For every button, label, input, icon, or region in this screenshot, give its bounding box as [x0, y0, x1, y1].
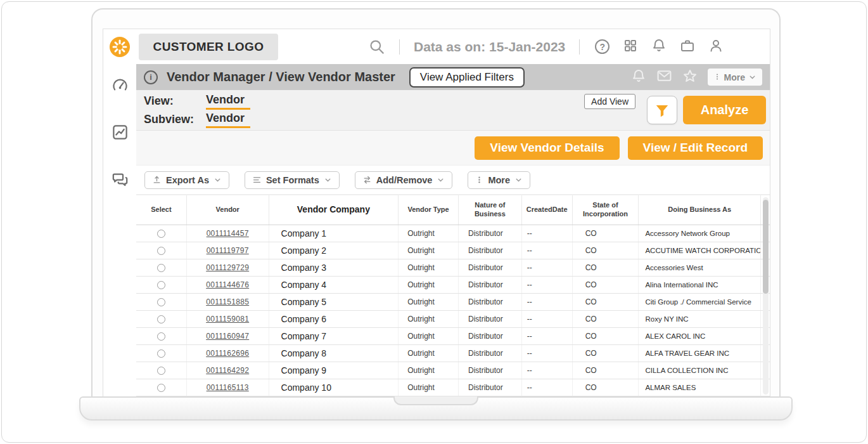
search-icon[interactable] [368, 38, 385, 55]
export-as-dropdown[interactable]: Export As [144, 171, 229, 189]
vendor-link[interactable]: 0011164292 [206, 366, 249, 375]
row-select-radio[interactable] [157, 315, 165, 323]
toolbar-more-label: More [488, 175, 510, 185]
column-header-created-date[interactable]: CreatedDate [522, 195, 573, 225]
add-remove-label: Add/Remove [376, 175, 433, 185]
chevron-down-icon [514, 176, 523, 184]
table-row: 0011129729 Company 3 Outright Distributo… [136, 259, 770, 277]
row-select-radio[interactable] [157, 281, 165, 289]
data-as-on-label: Data as on: 15-Jan-2023 [414, 39, 565, 55]
dashboard-icon[interactable] [112, 77, 129, 96]
vendor-company-cell: Company 8 [269, 345, 399, 362]
vendor-cell: 0011151885 [187, 294, 269, 310]
column-header-vendor-company[interactable]: Vendor Company [269, 195, 399, 225]
nature-of-business-cell: Distributor [459, 294, 522, 310]
row-select-radio[interactable] [157, 384, 165, 392]
select-cell [136, 294, 187, 310]
header-divider [579, 39, 580, 55]
vendor-link[interactable]: 0011114457 [207, 229, 249, 238]
vertical-scrollbar[interactable] [763, 197, 769, 395]
vendor-link[interactable]: 0011144676 [206, 280, 249, 289]
column-header-vendor[interactable]: Vendor [187, 195, 269, 225]
vendor-link[interactable]: 0011119797 [207, 246, 249, 255]
table-row: 0011160947 Company 7 Outright Distributo… [136, 328, 770, 345]
apps-grid-icon[interactable] [623, 38, 638, 56]
set-formats-dropdown[interactable]: Set Formats [245, 171, 340, 189]
row-select-radio[interactable] [157, 247, 165, 255]
vendor-company-cell: Company 3 [269, 259, 399, 276]
select-cell [136, 345, 187, 362]
vendor-link[interactable]: 0011151885 [206, 297, 249, 306]
vendor-cell: 0011129729 [187, 259, 269, 276]
row-select-radio[interactable] [157, 332, 165, 341]
row-select-radio[interactable] [157, 367, 165, 375]
feedback-chat-icon[interactable] [112, 171, 129, 190]
vendor-cell: 0011119797 [187, 242, 269, 259]
row-select-radio[interactable] [157, 349, 165, 358]
nature-of-business-cell: Distributor [459, 345, 522, 362]
table-row: 0011162696 Company 8 Outright Distributo… [136, 345, 770, 362]
column-header-state-of-incorporation[interactable]: State of Incorporation [573, 195, 639, 225]
doing-business-as-cell: Alina International INC [639, 277, 761, 293]
view-vendor-details-button[interactable]: View Vendor Details [475, 136, 619, 160]
vendor-link[interactable]: 0011165113 [207, 383, 249, 392]
scrollbar-thumb[interactable] [763, 200, 769, 294]
crumb-more-label: More [724, 72, 745, 82]
export-icon [152, 175, 162, 185]
export-as-label: Export As [166, 175, 209, 185]
filter-button[interactable] [647, 96, 677, 124]
state-of-incorporation-cell: CO [573, 225, 639, 242]
brand-logo-icon[interactable] [109, 36, 131, 60]
vendor-company-cell: Company 4 [269, 277, 399, 293]
vendor-cell: 0011144676 [187, 277, 269, 293]
add-view-button[interactable]: Add View [584, 94, 635, 109]
add-remove-dropdown[interactable]: Add/Remove [355, 171, 453, 189]
chevron-down-icon [214, 176, 222, 184]
vendor-type-cell: Outright [399, 259, 459, 276]
column-header-select[interactable]: Select [136, 195, 187, 225]
select-cell [136, 379, 187, 396]
view-value[interactable]: Vendor [206, 93, 250, 110]
main-area: CUSTOMER LOGO Data as on: 15-Jan-2023 ? [136, 29, 770, 398]
column-header-nature-of-business[interactable]: Nature of Business [459, 195, 522, 225]
nature-of-business-cell: Distributor [459, 379, 522, 396]
analytics-icon[interactable] [112, 124, 129, 143]
mail-icon[interactable] [656, 68, 672, 86]
profile-icon[interactable] [708, 38, 724, 56]
created-date-cell: -- [522, 311, 573, 327]
row-select-radio[interactable] [157, 298, 165, 306]
notifications-bell-icon[interactable] [651, 38, 667, 56]
vendor-link[interactable]: 0011160947 [206, 332, 249, 341]
column-header-vendor-type[interactable]: Vendor Type [399, 195, 459, 225]
briefcase-icon[interactable] [680, 38, 695, 56]
row-select-radio[interactable] [157, 230, 165, 238]
column-header-doing-business-as[interactable]: Doing Business As [639, 195, 761, 225]
vendor-type-cell: Outright [399, 294, 459, 310]
help-icon[interactable]: ? [595, 39, 610, 54]
customer-logo: CUSTOMER LOGO [139, 34, 278, 60]
vendor-type-cell: Outright [399, 379, 459, 396]
bell-icon[interactable] [631, 69, 646, 86]
view-applied-filters-button[interactable]: View Applied Filters [409, 67, 525, 88]
vendor-company-cell: Company 6 [269, 311, 399, 327]
chevron-down-icon [437, 176, 445, 184]
vendor-link[interactable]: 0011159081 [206, 315, 249, 323]
created-date-cell: -- [522, 379, 573, 396]
vendor-company-cell: Company 10 [269, 379, 399, 396]
analyze-button[interactable]: Analyze [683, 96, 766, 124]
nature-of-business-cell: Distributor [459, 259, 522, 276]
row-select-radio[interactable] [157, 264, 165, 272]
vendor-link[interactable]: 0011162696 [206, 349, 249, 358]
star-icon[interactable] [682, 69, 698, 86]
created-date-cell: -- [522, 328, 573, 344]
crumb-more-button[interactable]: More [708, 69, 762, 86]
created-date-cell: -- [522, 345, 573, 362]
vendor-link[interactable]: 0011129729 [206, 263, 249, 272]
info-icon: i [144, 70, 158, 84]
toolbar-more-dropdown[interactable]: More [468, 171, 530, 189]
table-row: 0011119797 Company 2 Outright Distributo… [136, 242, 770, 259]
view-edit-record-button[interactable]: View / Edit Record [628, 136, 763, 160]
subview-value[interactable]: Vendor [206, 112, 250, 128]
doing-business-as-cell: Citi Group ./ Commercial Service [639, 294, 761, 310]
header-icons: ? [595, 38, 724, 56]
